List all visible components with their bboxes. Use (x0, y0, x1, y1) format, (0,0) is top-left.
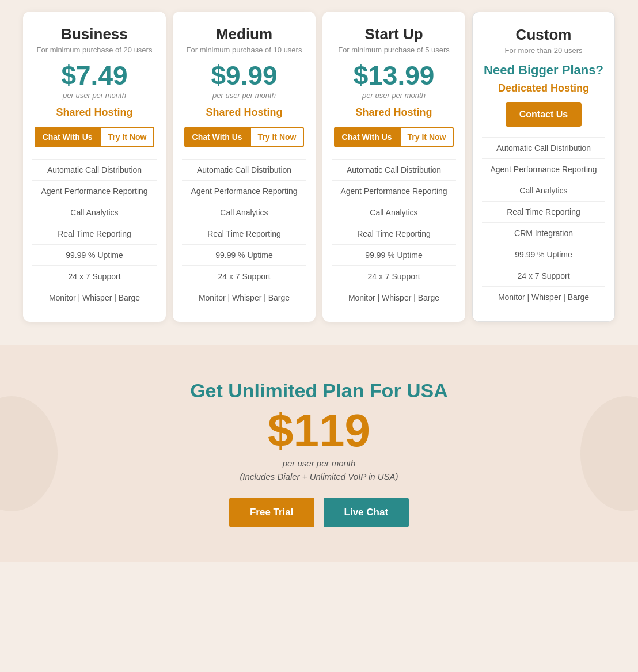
try-button-medium[interactable]: Try It Now (250, 127, 305, 147)
plan-subtitle-medium: For minimum purchase of 10 users (187, 45, 302, 54)
unlimited-includes: (Includes Dialer + Unlimited VoIP in USA… (12, 472, 626, 481)
feature-business-4: 99.99 % Uptime (32, 244, 157, 265)
feature-business-1: Agent Performance Reporting (32, 180, 157, 202)
features-list-custom: Automatic Call Distribution Agent Perfor… (482, 137, 605, 307)
unlimited-per-user: per user per month (12, 458, 626, 468)
plan-subtitle-business: For minimum purchase of 20 users (37, 45, 153, 54)
feature-medium-1: Agent Performance Reporting (182, 180, 306, 202)
plan-card-custom: Custom For more than 20 users Need Bigge… (472, 12, 615, 322)
feature-custom-7: Monitor | Whisper | Barge (482, 286, 605, 307)
unlimited-buttons: Free Trial Live Chat (12, 498, 626, 527)
features-list-medium: Automatic Call Distribution Agent Perfor… (182, 159, 306, 308)
feature-custom-6: 24 x 7 Support (482, 265, 605, 286)
contact-us-button[interactable]: Contact Us (506, 102, 582, 127)
feature-business-6: Monitor | Whisper | Barge (32, 287, 157, 308)
per-user-medium: per user per month (212, 91, 276, 100)
plan-subtitle-startup: For minimum purchase of 5 users (338, 45, 450, 54)
plan-price-business: $7.49 (61, 62, 127, 89)
try-button-startup[interactable]: Try It Now (400, 127, 454, 147)
live-chat-button[interactable]: Live Chat (324, 498, 409, 527)
chat-button-startup[interactable]: Chat With Us (334, 127, 400, 147)
plan-price-medium: $9.99 (211, 62, 277, 89)
btn-group-business: Chat With Us Try It Now (35, 127, 155, 147)
feature-custom-0: Automatic Call Distribution (482, 137, 605, 158)
feature-custom-2: Call Analytics (482, 180, 605, 201)
plan-title-custom: Custom (516, 26, 572, 44)
feature-custom-3: Real Time Reporting (482, 201, 605, 222)
feature-custom-4: CRM Integration (482, 222, 605, 244)
per-user-startup: per user per month (362, 91, 426, 100)
feature-startup-4: 99.99 % Uptime (332, 244, 456, 265)
hosting-medium: Shared Hosting (206, 107, 282, 119)
feature-custom-5: 99.99 % Uptime (482, 244, 605, 265)
feature-medium-6: Monitor | Whisper | Barge (182, 287, 306, 308)
feature-startup-5: 24 x 7 Support (332, 265, 456, 287)
per-user-business: per user per month (63, 91, 126, 100)
feature-medium-5: 24 x 7 Support (182, 265, 306, 287)
unlimited-price: $119 (12, 408, 626, 454)
hosting-business: Shared Hosting (56, 107, 132, 119)
chat-button-business[interactable]: Chat With Us (35, 127, 101, 147)
feature-business-3: Real Time Reporting (32, 223, 157, 244)
chat-button-medium[interactable]: Chat With Us (184, 127, 250, 147)
plan-card-startup: Start Up For minimum purchase of 5 users… (322, 12, 465, 322)
hosting-startup: Shared Hosting (355, 107, 432, 119)
feature-medium-0: Automatic Call Distribution (182, 159, 306, 180)
feature-medium-3: Real Time Reporting (182, 223, 306, 244)
unlimited-title: Get Unlimited Plan For USA (12, 379, 626, 402)
features-list-startup: Automatic Call Distribution Agent Perfor… (332, 159, 456, 308)
feature-startup-3: Real Time Reporting (332, 223, 456, 244)
plan-title-startup: Start Up (364, 25, 423, 43)
pricing-section: Business For minimum purchase of 20 user… (0, 0, 638, 345)
plan-title-medium: Medium (216, 25, 272, 43)
features-list-business: Automatic Call Distribution Agent Perfor… (32, 159, 157, 308)
plan-card-business: Business For minimum purchase of 20 user… (23, 12, 166, 322)
feature-medium-4: 99.99 % Uptime (182, 244, 306, 265)
btn-group-medium: Chat With Us Try It Now (184, 127, 305, 147)
feature-business-0: Automatic Call Distribution (32, 159, 157, 180)
feature-startup-6: Monitor | Whisper | Barge (332, 287, 456, 308)
feature-custom-1: Agent Performance Reporting (482, 158, 605, 180)
btn-group-startup: Chat With Us Try It Now (334, 127, 454, 147)
feature-medium-2: Call Analytics (182, 202, 306, 223)
feature-startup-1: Agent Performance Reporting (332, 180, 456, 202)
feature-startup-0: Automatic Call Distribution (332, 159, 456, 180)
unlimited-section: Get Unlimited Plan For USA $119 per user… (0, 345, 638, 562)
plan-subtitle-custom: For more than 20 users (504, 46, 582, 55)
dedicated-hosting-label: Dedicated Hosting (498, 82, 589, 94)
feature-business-2: Call Analytics (32, 202, 157, 223)
need-bigger-heading: Need Bigger Plans? (484, 63, 603, 78)
plan-card-medium: Medium For minimum purchase of 10 users … (173, 12, 316, 322)
feature-startup-2: Call Analytics (332, 202, 456, 223)
plan-title-business: Business (61, 25, 128, 43)
feature-business-5: 24 x 7 Support (32, 265, 157, 287)
free-trial-button[interactable]: Free Trial (229, 498, 314, 527)
plan-price-startup: $13.99 (354, 62, 435, 89)
try-button-business[interactable]: Try It Now (100, 127, 155, 147)
